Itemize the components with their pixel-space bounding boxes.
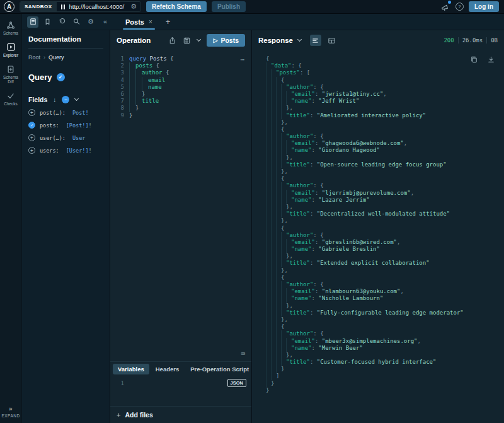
- operation-tab-headers[interactable]: Headers: [151, 364, 185, 374]
- expand-label: EXPAND: [1, 414, 20, 418]
- field-add-icon[interactable]: +: [28, 109, 35, 116]
- apollo-logo-icon[interactable]: A: [4, 1, 14, 12]
- sidebar-item-explorer[interactable]: Explorer: [0, 42, 21, 57]
- sort-arrow-icon[interactable]: ↓: [53, 96, 56, 103]
- field-item[interactable]: ✓posts:[Post!]!: [28, 122, 103, 129]
- json-badge: JSON: [227, 379, 246, 387]
- add-tab-icon[interactable]: +: [166, 17, 171, 26]
- fields-label: Fields: [28, 96, 47, 103]
- operation-editor[interactable]: ⋯ ⌨ 1query Posts {2posts {3author {4emai…: [110, 50, 251, 361]
- expand-icon: »: [9, 405, 13, 412]
- response-status: 200 26.0ms 0B: [444, 37, 498, 43]
- breadcrumb-root[interactable]: Root: [28, 54, 40, 61]
- field-item[interactable]: +post(…):Post!: [28, 109, 103, 116]
- field-item[interactable]: +user(…):User: [28, 134, 103, 141]
- download-icon[interactable]: [487, 55, 495, 64]
- field-type[interactable]: [User!]!: [66, 148, 92, 154]
- add-files-label: Add files: [125, 411, 152, 419]
- response-line: ]: [266, 373, 504, 380]
- expand-rail-button[interactable]: » EXPAND: [1, 405, 20, 418]
- explorer-settings-button[interactable]: ⚙: [85, 16, 96, 28]
- code-line: 6}: [110, 91, 251, 98]
- field-add-icon[interactable]: +: [28, 134, 35, 141]
- connection-settings-gear-icon[interactable]: ⚙: [130, 3, 140, 10]
- search-button[interactable]: [71, 16, 82, 28]
- field-list: +post(…):Post!✓posts:[Post!]!+user(…):Us…: [28, 103, 103, 154]
- collapse-panel-button[interactable]: «: [100, 16, 111, 28]
- breadcrumb-current: Query: [49, 54, 64, 61]
- check-badge-icon: ✓: [57, 73, 65, 81]
- response-format-button[interactable]: [310, 35, 321, 46]
- response-actions: [470, 55, 495, 64]
- filter-minus-icon[interactable]: −: [62, 96, 69, 103]
- field-type[interactable]: User: [72, 135, 85, 141]
- schema-diff-icon: [6, 65, 15, 74]
- field-type[interactable]: [Post!]!: [66, 122, 92, 129]
- announcements-megaphone-icon[interactable]: [439, 1, 450, 13]
- sidebar-item-schema-diff[interactable]: Schema Diff: [0, 65, 21, 84]
- status-code: 200: [444, 37, 454, 43]
- explorer-tab-bar: ⚙ « Posts × +: [22, 14, 504, 30]
- response-line: },: [266, 253, 504, 260]
- collapse-icon: «: [103, 18, 107, 25]
- refetch-schema-button[interactable]: Refetch Schema: [146, 1, 207, 12]
- checks-icon: [6, 91, 15, 100]
- response-line: },: [266, 303, 504, 310]
- operation-tab-variables[interactable]: Variables: [113, 364, 149, 374]
- response-header: Response 200 26.0ms 0B: [252, 30, 504, 50]
- saved-operations-button[interactable]: [42, 16, 53, 28]
- share-icon[interactable]: [168, 37, 176, 45]
- field-name: posts:: [40, 122, 59, 129]
- response-line: }: [266, 387, 504, 394]
- save-operation-icon[interactable]: [183, 37, 191, 45]
- help-icon[interactable]: ?: [455, 3, 464, 11]
- operation-tab-pre-operation-script[interactable]: Pre-Operation Script: [185, 364, 251, 374]
- table-view-icon: [328, 37, 336, 45]
- field-type[interactable]: Post!: [72, 110, 89, 116]
- sidebar-item-checks[interactable]: Checks: [0, 91, 21, 106]
- table-view-button[interactable]: [326, 35, 338, 46]
- field-name: users:: [40, 148, 59, 154]
- chevron-down-icon[interactable]: [297, 37, 302, 42]
- history-icon: [58, 18, 66, 26]
- documentation-panel-toggle[interactable]: [27, 16, 38, 28]
- sidebar-item-label: Explorer: [3, 53, 18, 57]
- response-line: },: [266, 204, 504, 211]
- keyboard-icon[interactable]: ⌨: [241, 350, 245, 358]
- response-line: },: [266, 154, 504, 161]
- tab-posts[interactable]: Posts ×: [119, 14, 159, 30]
- operation-history-button[interactable]: [56, 16, 67, 28]
- response-line: "title": "Extended explicit collaboratio…: [266, 260, 504, 267]
- gear-icon: ⚙: [88, 18, 94, 25]
- add-files-button[interactable]: + Add files: [110, 406, 251, 423]
- response-line: "email": "mbeer3x@simplemachines.org",: [266, 338, 504, 345]
- connection-icon: [61, 4, 65, 9]
- sidebar-item-label: Schema: [3, 31, 18, 35]
- operation-panel-tabs: VariablesHeadersPre-Operation ScriptPost…: [110, 361, 251, 376]
- publish-button[interactable]: Publish: [212, 1, 246, 12]
- fields-header: Fields ↓ −: [28, 96, 103, 103]
- chevron-down-icon[interactable]: [74, 96, 79, 101]
- run-label: Posts: [220, 37, 239, 44]
- endpoint-url[interactable]: http://localhost:4000/: [69, 3, 131, 10]
- chevron-down-icon[interactable]: [197, 37, 201, 42]
- sidebar-item-schema[interactable]: Schema: [0, 21, 21, 35]
- field-add-icon[interactable]: +: [28, 147, 35, 154]
- response-line: "data": {: [266, 62, 504, 69]
- response-line: {: [266, 323, 504, 330]
- endpoint-bar[interactable]: SANDBOX http://localhost:4000/ ⚙: [20, 1, 141, 12]
- add-icon: +: [117, 411, 120, 419]
- field-item[interactable]: +users:[User!]!: [28, 147, 103, 154]
- field-check-icon[interactable]: ✓: [28, 122, 35, 129]
- field-name: post(…):: [40, 110, 66, 116]
- login-button[interactable]: Log in: [469, 1, 499, 12]
- run-operation-button[interactable]: ▷ Posts: [207, 34, 245, 47]
- more-options-icon[interactable]: ⋯: [240, 55, 245, 64]
- response-line: "email": "ljerrimbj@purevolume.com",: [266, 190, 504, 197]
- variables-editor[interactable]: 1 JSON: [110, 376, 251, 406]
- response-line: {: [266, 175, 504, 182]
- copy-icon[interactable]: [470, 55, 478, 64]
- close-icon[interactable]: ×: [149, 18, 152, 25]
- code-line: 3author {: [110, 69, 251, 76]
- search-icon: [72, 18, 81, 26]
